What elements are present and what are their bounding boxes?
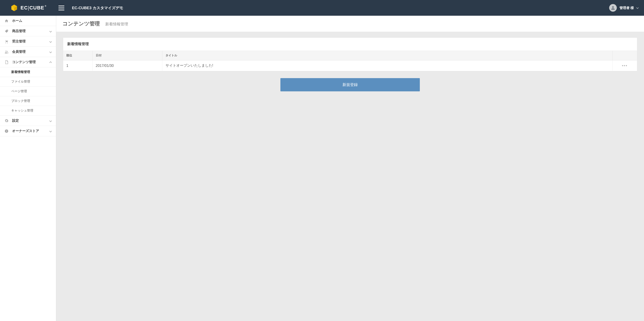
- news-panel: 新着情報管理 順位 日付 タイトル 1 2017/01/30: [63, 37, 637, 71]
- document-icon: [4, 60, 10, 64]
- sidebar-item-home[interactable]: ホーム: [0, 16, 56, 26]
- subnav-item-files[interactable]: ファイル管理: [0, 77, 56, 87]
- logo-area[interactable]: EC|CUBE®: [0, 0, 56, 16]
- subnav-label: 新着情報管理: [11, 70, 30, 74]
- sidebar-item-content[interactable]: コンテンツ管理: [0, 57, 56, 67]
- sidebar-item-label: 商品管理: [12, 29, 50, 33]
- subnav-item-news[interactable]: 新着情報管理: [0, 67, 56, 77]
- cell-rank: 1: [63, 60, 92, 71]
- page-subtitle: 新着情報管理: [105, 21, 128, 27]
- sidebar-item-label: オーナーズストア: [12, 129, 50, 133]
- chevron-down-icon: [49, 130, 52, 132]
- sidebar-item-label: 受注管理: [12, 39, 50, 43]
- gear-icon: [4, 119, 10, 123]
- svg-point-6: [6, 130, 7, 130]
- app-title: EC-CUBE3 カスタマイズデモ: [72, 5, 123, 10]
- subnav-item-blocks[interactable]: ブロック管理: [0, 96, 56, 106]
- cell-actions: •••: [612, 60, 637, 71]
- menu-toggle-button[interactable]: [58, 5, 68, 10]
- info-icon: [4, 129, 10, 133]
- sidebar-item-products[interactable]: 商品管理: [0, 26, 56, 36]
- svg-point-1: [7, 30, 8, 30]
- page-title: コンテンツ管理: [62, 20, 100, 27]
- chevron-down-icon: [49, 50, 52, 53]
- tag-icon: [4, 29, 10, 33]
- panel-title: 新着情報管理: [63, 38, 637, 51]
- sidebar-item-label: 設定: [12, 119, 50, 123]
- more-icon[interactable]: •••: [616, 63, 634, 68]
- table-header-row: 順位 日付 タイトル: [63, 51, 637, 60]
- chevron-up-icon: [49, 61, 52, 64]
- app-header: EC|CUBE® EC-CUBE3 カスタマイズデモ 管理者 様: [0, 0, 644, 16]
- user-menu[interactable]: 管理者 様: [609, 4, 638, 12]
- sidebar-item-label: コンテンツ管理: [12, 60, 50, 64]
- cell-title: サイトオープンいたしました!: [162, 60, 612, 71]
- subnav-label: ブロック管理: [11, 99, 30, 103]
- sidebar-item-members[interactable]: 会員管理: [0, 47, 56, 57]
- subnav-label: ファイル管理: [11, 80, 30, 83]
- breadcrumb: コンテンツ管理 新着情報管理: [56, 16, 644, 32]
- sidebar-item-label: ホーム: [12, 19, 52, 23]
- sidebar-item-label: 会員管理: [12, 50, 50, 54]
- logo-text: EC|CUBE®: [20, 5, 46, 11]
- cart-icon: [4, 39, 10, 43]
- sidebar-item-settings[interactable]: 設定: [0, 116, 56, 126]
- subnav-item-cache[interactable]: キャッシュ管理: [0, 106, 56, 116]
- chevron-down-icon: [49, 30, 52, 32]
- sidebar-subnav-content: 新着情報管理 ファイル管理 ページ管理 ブロック管理 キャッシュ管理: [0, 67, 56, 116]
- sidebar-item-orders[interactable]: 受注管理: [0, 36, 56, 47]
- users-icon: [4, 50, 10, 54]
- th-date: 日付: [92, 51, 162, 60]
- chevron-down-icon: [49, 40, 52, 43]
- subnav-item-pages[interactable]: ページ管理: [0, 87, 56, 96]
- svg-rect-5: [6, 131, 7, 132]
- svg-point-3: [7, 51, 8, 52]
- chevron-down-icon: [636, 6, 638, 9]
- logo-icon: [10, 3, 19, 12]
- cell-date: 2017/01/30: [92, 60, 162, 71]
- svg-point-2: [6, 50, 7, 52]
- avatar: [609, 4, 617, 12]
- table-row[interactable]: 1 2017/01/30 サイトオープンいたしました! •••: [63, 60, 637, 71]
- news-table: 順位 日付 タイトル 1 2017/01/30 サイトオープンいたしました!: [63, 51, 637, 71]
- new-button[interactable]: 新規登録: [280, 78, 420, 91]
- home-icon: [4, 19, 10, 23]
- user-name: 管理者 様: [620, 6, 634, 10]
- chevron-down-icon: [49, 119, 52, 122]
- th-actions: [612, 51, 637, 60]
- main-content: コンテンツ管理 新着情報管理 新着情報管理 順位 日付 タイトル: [56, 16, 644, 321]
- subnav-label: ページ管理: [11, 89, 27, 93]
- subnav-label: キャッシュ管理: [11, 109, 33, 112]
- sidebar: ホーム 商品管理 受注管理 会員管理 コンテン: [0, 16, 56, 321]
- sidebar-item-store[interactable]: オーナーズストア: [0, 126, 56, 136]
- svg-point-0: [612, 6, 614, 8]
- th-title: タイトル: [162, 51, 612, 60]
- th-rank: 順位: [63, 51, 92, 60]
